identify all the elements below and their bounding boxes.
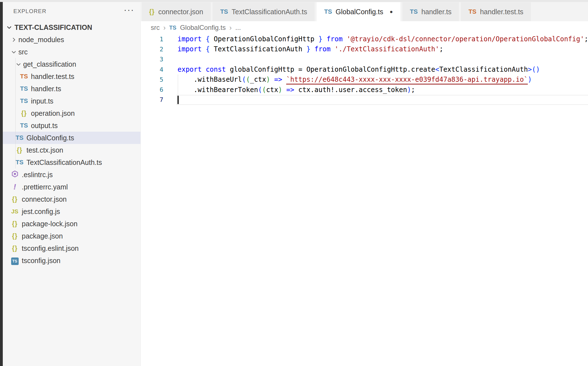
code-token bbox=[202, 35, 206, 43]
code-line-text: .withBaseUrl((_ctx) => `https://e648c443… bbox=[163, 76, 532, 83]
json-braces-icon: {} bbox=[15, 146, 24, 154]
code-line-text: import { OperationGlobalConfigHttp } fro… bbox=[163, 35, 588, 43]
file-tree: node_modulessrcget_classificationTShandl… bbox=[3, 33, 140, 267]
tree-file-input-ts[interactable]: TSinput.ts bbox=[3, 95, 140, 107]
tree-item-label: handler.test.ts bbox=[31, 73, 74, 81]
code-token: } bbox=[306, 45, 310, 53]
code-line-4[interactable]: 4export const globalConfigHttp = Operati… bbox=[141, 64, 588, 74]
tree-folder-node-modules[interactable]: node_modules bbox=[3, 33, 140, 46]
explorer-more-actions-icon[interactable]: ··· bbox=[124, 4, 134, 15]
tree-file--eslintrc-js[interactable]: .eslintrc.js bbox=[3, 168, 140, 181]
tab-connector-json[interactable]: {}connector.json bbox=[142, 2, 211, 21]
breadcrumb-item[interactable]: GlobalConfig.ts bbox=[180, 24, 226, 32]
code-token: ( bbox=[532, 66, 536, 73]
code-token: from bbox=[314, 45, 331, 53]
json-braces-icon: {} bbox=[10, 220, 20, 228]
tree-file-package-lock-json[interactable]: {}package-lock.json bbox=[3, 218, 140, 230]
code-line-2[interactable]: 2import { TextClassificationAuth } from … bbox=[141, 44, 588, 54]
code-token: export bbox=[178, 66, 202, 73]
code-token: '@trayio/cdk-dsl/connector/operation/Ope… bbox=[347, 35, 584, 43]
code-token: ) bbox=[266, 76, 270, 83]
breadcrumb-item[interactable]: ... bbox=[235, 24, 241, 32]
tree-file-operation-json[interactable]: {}operation.json bbox=[3, 107, 140, 119]
breadcrumb-separator-icon: › bbox=[163, 24, 166, 32]
code-token bbox=[322, 35, 326, 43]
tree-file-handler-test-ts[interactable]: TShandler.test.ts bbox=[3, 70, 140, 83]
line-number: 4 bbox=[141, 66, 163, 73]
code-token: TextClassificationAuth bbox=[439, 66, 528, 73]
code-token bbox=[331, 45, 334, 53]
code-token bbox=[202, 66, 206, 73]
code-token: ( bbox=[262, 86, 266, 94]
tree-file-connector-json[interactable]: {}connector.json bbox=[3, 193, 140, 205]
tab-textclassificationauth-ts[interactable]: TSTextClassificationAuth.ts bbox=[213, 2, 315, 21]
typescript-icon: TS bbox=[410, 8, 418, 15]
typescript-icon: TS bbox=[15, 159, 24, 166]
tree-file-handler-ts[interactable]: TShandler.ts bbox=[3, 83, 140, 95]
code-token: ) bbox=[536, 66, 540, 73]
tree-file--prettierrc-yaml[interactable]: !.prettierrc.yaml bbox=[3, 181, 140, 193]
chevron-right-icon bbox=[10, 36, 17, 43]
tree-item-label: get_classification bbox=[23, 60, 76, 68]
tree-item-label: GlobalConfig.ts bbox=[26, 134, 74, 142]
code-line-text: export const globalConfigHttp = Operatio… bbox=[163, 66, 540, 73]
breadcrumb: src›TSGlobalConfig.ts›... bbox=[141, 21, 588, 34]
tree-file-globalconfig-ts[interactable]: TSGlobalConfig.ts bbox=[3, 132, 140, 144]
code-line-1[interactable]: 1import { OperationGlobalConfigHttp } fr… bbox=[141, 34, 588, 44]
yaml-exclamation-icon: ! bbox=[10, 183, 20, 191]
tree-file-tsconfig-eslint-json[interactable]: {}tsconfig.eslint.json bbox=[3, 242, 140, 254]
breadcrumb-item[interactable]: src bbox=[151, 24, 160, 32]
code-token: './TextClassificationAuth' bbox=[335, 45, 439, 53]
code-token bbox=[282, 76, 286, 83]
typescript-icon: TS bbox=[19, 97, 29, 105]
code-token: ) bbox=[278, 86, 282, 94]
json-braces-icon: {} bbox=[19, 110, 29, 117]
tree-item-label: output.ts bbox=[31, 122, 58, 130]
tab-handler-ts[interactable]: TShandler.ts bbox=[402, 2, 459, 21]
chevron-down-icon bbox=[10, 48, 17, 56]
typescript-test-icon: TS bbox=[19, 73, 29, 80]
code-line-6[interactable]: 6 .withBearerToken((ctx) => ctx.auth!.us… bbox=[141, 85, 588, 95]
json-braces-icon: {} bbox=[10, 196, 20, 203]
tab-globalconfig-ts[interactable]: TSGlobalConfig.ts● bbox=[317, 2, 400, 21]
tree-file-tsconfig-json[interactable]: TStsconfig.json bbox=[3, 254, 140, 267]
code-editor[interactable]: 1import { OperationGlobalConfigHttp } fr… bbox=[141, 34, 588, 105]
code-token bbox=[282, 86, 286, 94]
code-token: { bbox=[206, 45, 210, 53]
typescript-icon: TS bbox=[19, 85, 29, 92]
tree-folder-src[interactable]: src bbox=[3, 46, 140, 58]
line-number: 1 bbox=[141, 36, 163, 43]
tree-file-test-ctx-json[interactable]: {}test.ctx.json bbox=[3, 144, 140, 156]
code-line-5[interactable]: 5 .withBaseUrl((_ctx) => `https://e648c4… bbox=[141, 74, 588, 85]
tab-label: GlobalConfig.ts bbox=[336, 8, 383, 16]
code-token: OperationGlobalConfigHttp bbox=[210, 35, 319, 43]
line-number: 2 bbox=[141, 46, 163, 53]
code-token: TextClassificationAuth bbox=[210, 45, 307, 53]
tree-folder-get-classification[interactable]: get_classification bbox=[3, 58, 140, 70]
code-token bbox=[310, 45, 314, 53]
workspace-section-header[interactable]: TEXT-CLASSIFICATION bbox=[3, 21, 140, 33]
code-token: .withBearerToken bbox=[178, 86, 258, 94]
typescript-icon: TS bbox=[19, 122, 29, 129]
typescript-icon: TS bbox=[169, 25, 176, 31]
tree-item-label: input.ts bbox=[31, 97, 54, 105]
text-cursor bbox=[178, 96, 179, 104]
tree-file-jest-config-js[interactable]: JSjest.config.js bbox=[3, 205, 140, 218]
tree-item-label: handler.ts bbox=[31, 85, 61, 93]
code-line-text: .withBearerToken((ctx) => ctx.auth!.user… bbox=[163, 86, 415, 94]
url-link[interactable]: `https://e648c443-xxxx-xxx-xxxx-e039fd47… bbox=[286, 76, 528, 85]
tree-item-label: operation.json bbox=[31, 109, 75, 117]
line-number: 3 bbox=[141, 56, 163, 63]
code-token: ( bbox=[246, 76, 250, 83]
code-token: ; bbox=[439, 45, 443, 53]
code-token: import bbox=[178, 45, 202, 53]
tab-handler-test-ts[interactable]: TShandler.test.ts bbox=[461, 2, 531, 21]
tsconfig-badge: TS bbox=[11, 257, 19, 265]
code-token: ; bbox=[411, 86, 415, 94]
tree-file-textclassificationauth-ts[interactable]: TSTextClassificationAuth.ts bbox=[3, 156, 140, 168]
code-line-3[interactable]: 3 bbox=[141, 54, 588, 64]
tree-file-output-ts[interactable]: TSoutput.ts bbox=[3, 119, 140, 132]
tree-file-package-json[interactable]: {}package.json bbox=[3, 230, 140, 242]
code-token: from bbox=[327, 35, 343, 43]
chevron-down-icon bbox=[15, 61, 22, 68]
